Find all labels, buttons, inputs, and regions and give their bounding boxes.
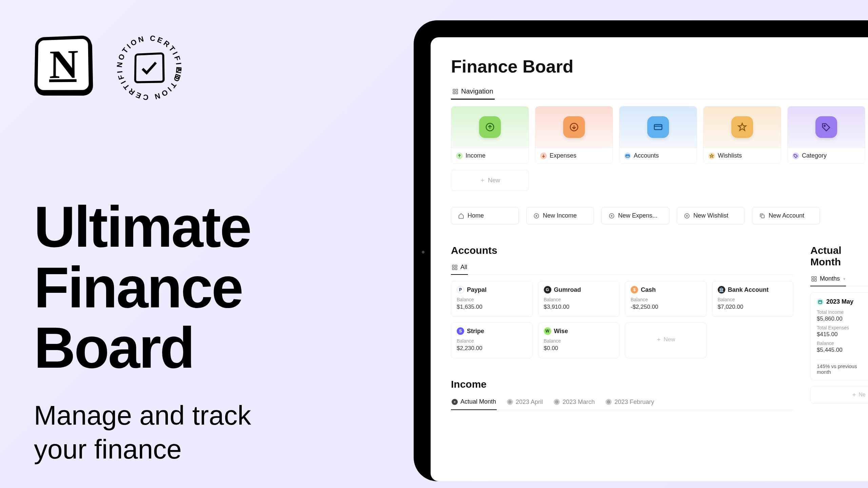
account-card-stripe[interactable]: SStripe Balance $2,230.00	[451, 322, 533, 358]
account-card-cash[interactable]: $Cash Balance -$2,250.00	[625, 281, 707, 317]
clock-icon	[507, 399, 513, 405]
subheadline: Manage and track your finance	[34, 399, 339, 466]
headline: Ultimate Finance Board	[34, 197, 339, 378]
income-tab-march[interactable]: 2023 March	[553, 394, 595, 410]
income-title: Income	[451, 379, 793, 390]
svg-rect-25	[815, 279, 816, 281]
svg-rect-2	[456, 89, 458, 91]
nav-card-label: Category	[802, 152, 827, 159]
svg-rect-4	[456, 92, 458, 94]
svg-rect-26	[818, 300, 822, 303]
nav-card-wishlists[interactable]: Wishlists	[703, 106, 781, 164]
income-tab-feb[interactable]: 2023 February	[605, 394, 655, 410]
wise-icon: W	[544, 327, 551, 335]
month-card[interactable]: 2023 May Total Income $5,860.00 Total Ex…	[810, 292, 868, 381]
svg-rect-1	[453, 89, 455, 91]
svg-rect-15	[455, 265, 457, 267]
star-mini-icon	[708, 152, 715, 159]
nav-card-label: Income	[466, 152, 486, 159]
arrow-up-circle-icon	[479, 116, 501, 138]
notion-logo: N	[34, 36, 95, 100]
svg-rect-23	[815, 277, 816, 278]
new-wishlist-button[interactable]: New Wishlist	[677, 207, 745, 224]
clock-icon	[554, 399, 560, 405]
page-title: Finance Board	[451, 56, 868, 77]
svg-rect-3	[453, 92, 455, 94]
copy-icon	[759, 213, 765, 219]
nav-card-income[interactable]: Income	[451, 106, 529, 164]
stripe-icon: S	[457, 327, 464, 335]
nav-card-accounts[interactable]: Accounts	[619, 106, 697, 164]
new-month-button[interactable]: Ne	[810, 386, 868, 404]
income-tab-actual[interactable]: Actual Month	[451, 394, 497, 410]
nav-card-label: Expenses	[550, 152, 576, 159]
nav-card-expenses[interactable]: Expenses	[535, 106, 613, 164]
nav-card-label: Accounts	[634, 152, 659, 159]
svg-point-9	[824, 125, 825, 126]
paypal-icon: P	[457, 286, 464, 293]
svg-rect-14	[452, 265, 454, 267]
home-button[interactable]: Home	[451, 207, 519, 224]
svg-rect-8	[626, 155, 630, 157]
gumroad-icon: G	[544, 286, 551, 293]
tag-icon	[815, 116, 837, 138]
account-card-bank[interactable]: 🏦Bank Account Balance $7,020.00	[712, 281, 794, 317]
new-expense-button[interactable]: New Expens...	[601, 207, 669, 224]
card-icon	[647, 116, 669, 138]
new-income-button[interactable]: New Income	[526, 207, 594, 224]
svg-rect-13	[761, 215, 764, 218]
plus-circle-icon	[609, 213, 615, 219]
svg-rect-7	[654, 125, 662, 130]
star-icon	[731, 116, 753, 138]
home-icon	[458, 213, 464, 219]
account-card-wise[interactable]: WWise Balance $0.00	[538, 322, 620, 358]
arrow-down-icon	[540, 152, 547, 159]
months-tab[interactable]: Months ▾	[810, 272, 846, 286]
bank-icon: 🏦	[718, 286, 725, 293]
plus-circle-icon	[684, 213, 690, 219]
svg-rect-24	[812, 279, 813, 281]
new-account-button[interactable]: New Account	[752, 207, 820, 224]
cash-icon: $	[631, 286, 638, 293]
tag-mini-icon	[792, 152, 799, 159]
nav-card-category[interactable]: Category	[787, 106, 865, 164]
calendar-icon	[817, 299, 824, 305]
svg-rect-22	[812, 277, 813, 278]
accounts-tab-all[interactable]: All	[451, 260, 468, 275]
account-card-gumroad[interactable]: GGumroad Balance $3,910.00	[538, 281, 620, 317]
accounts-title: Accounts	[451, 245, 793, 256]
tab-navigation-label: Navigation	[461, 87, 493, 95]
certified-badge: NOTION CERTIFIED NOTION CERTIFIED	[115, 34, 183, 102]
clock-icon	[606, 399, 612, 405]
account-card-paypal[interactable]: PPaypal Balance $1,635.00	[451, 281, 533, 317]
chevron-down-icon: ▾	[843, 277, 845, 281]
arrow-down-circle-icon	[563, 116, 585, 138]
tab-navigation[interactable]: Navigation	[451, 84, 495, 100]
plus-circle-icon	[533, 213, 539, 219]
target-icon	[452, 399, 458, 405]
nav-card-label: Wishlists	[718, 152, 742, 159]
tablet-frame: Finance Board Navigation Income	[414, 20, 868, 481]
actual-month-title: Actual Month	[810, 245, 868, 268]
arrow-up-icon	[456, 152, 463, 159]
income-tab-april[interactable]: 2023 April	[506, 394, 544, 410]
svg-rect-17	[455, 268, 457, 269]
svg-point-18	[454, 401, 455, 402]
card-mini-icon	[624, 152, 631, 159]
new-nav-card-button[interactable]: New	[451, 170, 529, 191]
svg-rect-16	[452, 268, 454, 269]
new-account-card[interactable]: New	[625, 322, 707, 358]
